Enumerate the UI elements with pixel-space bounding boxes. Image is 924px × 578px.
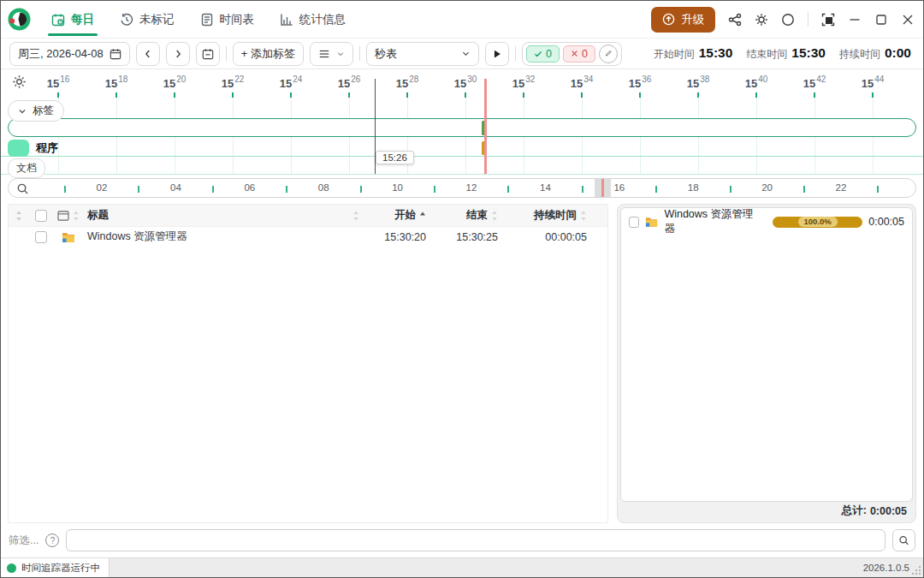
minimap-hour-label: 02 (97, 182, 108, 193)
add-label-button[interactable]: + 添加标签 (233, 42, 304, 66)
table-row[interactable]: Windows 资源管理器 15:30:20 15:30:25 00:00:05 (9, 227, 607, 247)
timeline-tick-label: 1542 (803, 74, 826, 91)
timeline-tick-label: 1526 (338, 74, 361, 91)
expand-column-sorter[interactable] (9, 210, 29, 222)
minimap-hour-label: 22 (836, 182, 847, 193)
timeline-settings-gear-icon[interactable] (12, 74, 27, 92)
logs-row-header[interactable]: 文档 (8, 158, 45, 178)
reject-count-chip[interactable]: 0 (563, 45, 595, 63)
explorer-folder-icon (645, 216, 658, 228)
row-checkbox[interactable] (35, 231, 47, 243)
tab-statistics[interactable]: 统计信息 (271, 1, 354, 38)
divider (515, 46, 516, 61)
compact-mode-icon[interactable] (821, 13, 835, 27)
upgrade-label: 升级 (681, 12, 704, 27)
search-button[interactable] (892, 529, 915, 551)
main-tabs: 每日 未标记 时间表 统计信息 (43, 1, 354, 38)
minimap-hour-label: 04 (170, 182, 181, 193)
timeline-tick-label: 1524 (280, 74, 303, 91)
minimize-button[interactable] (848, 13, 862, 27)
zoom-search-icon[interactable] (16, 182, 29, 198)
minimap-tick-mark (138, 186, 139, 193)
select-all-checkbox[interactable] (35, 210, 47, 222)
main-content: 标题 开始 结束 持续时间 (8, 204, 916, 523)
timeline-tick-label: 1540 (745, 74, 768, 91)
confirm-count-chip[interactable]: 0 (526, 45, 560, 63)
tracker-status-chip: 时间追踪器运行中 (1, 558, 110, 577)
row-end: 15:30:25 (456, 231, 498, 243)
summary-panel: Windows 资源管理器 100.0% 0:00:05 总计: 0:00:05 (617, 204, 916, 523)
minimap-hour-label: 18 (688, 182, 699, 193)
cursor-time-tooltip: 15:26 (376, 151, 414, 164)
row-start: 15:30:20 (384, 231, 426, 243)
summary-row-checkbox[interactable] (629, 217, 639, 228)
chevron-down-icon (18, 107, 27, 116)
today-button[interactable] (196, 42, 220, 66)
settings-gear-icon[interactable] (755, 13, 768, 27)
apps-row-header[interactable]: 程序 (8, 140, 58, 157)
check-icon (534, 50, 542, 58)
filter-input[interactable] (66, 529, 886, 551)
status-dot-icon (7, 563, 16, 573)
app-column-header[interactable] (53, 210, 84, 222)
prev-day-button[interactable] (136, 42, 160, 66)
tab-daily[interactable]: 每日 (43, 1, 103, 38)
date-picker-button[interactable]: 周三, 2026-04-08 (9, 42, 130, 66)
tab-untagged[interactable]: 未标记 (111, 1, 183, 38)
play-icon (491, 48, 503, 60)
maximize-button[interactable] (874, 13, 888, 27)
help-icon[interactable]: ? (45, 533, 59, 547)
chevron-right-icon (172, 48, 184, 60)
tab-label: 统计信息 (299, 12, 346, 27)
resize-grip-icon[interactable] (911, 565, 921, 575)
title-bar: 每日 未标记 时间表 统计信息 升级 (1, 1, 923, 39)
table-header: 标题 开始 结束 持续时间 (9, 205, 607, 227)
start-column-header[interactable]: 开始 (363, 208, 435, 223)
end-time-value: 15:30 (791, 45, 826, 61)
calendar-icon (110, 48, 121, 60)
minimap-now-line (601, 179, 604, 198)
minimap-tick-mark (507, 186, 509, 193)
summary-row-title: Windows 资源管理器 (664, 207, 758, 236)
summary-row-duration: 0:00:05 (868, 216, 904, 228)
timeline-tick-label: 1532 (512, 74, 536, 91)
row-title: Windows 资源管理器 (87, 229, 187, 244)
duration-column-header[interactable]: 持续时间 (506, 208, 595, 223)
summary-total: 总计: 0:00:05 (620, 502, 913, 520)
end-column-header[interactable]: 结束 (435, 208, 506, 223)
list-dropdown-button[interactable] (310, 42, 353, 66)
tab-label: 每日 (71, 12, 94, 27)
minimap-hour-label: 10 (392, 182, 403, 193)
tracker-select-value: 秒表 (375, 46, 397, 62)
duration-label: 持续时间 (839, 47, 880, 62)
filter-bar: 筛选... ? (1, 523, 923, 557)
summary-row[interactable]: Windows 资源管理器 100.0% 0:00:05 (629, 212, 904, 231)
minimap-brush[interactable] (595, 179, 611, 198)
play-button[interactable] (485, 42, 509, 66)
chevron-left-icon (142, 48, 154, 60)
divider (226, 46, 227, 61)
timeline-tick-label: 1536 (629, 74, 652, 91)
toolbar: 周三, 2026-04-08 + 添加标签 秒表 0 0 (1, 39, 923, 69)
share-icon[interactable] (728, 13, 742, 27)
minimap-tick-mark (360, 186, 362, 193)
labels-row-toggle[interactable]: 标签 (8, 100, 64, 122)
tracker-select[interactable]: 秒表 (366, 42, 479, 66)
circle-icon[interactable] (781, 13, 795, 27)
close-button[interactable] (901, 13, 915, 27)
title-column-header[interactable]: 标题 (84, 208, 363, 223)
minimap-tick-mark (434, 186, 435, 193)
upgrade-button[interactable]: 升级 (651, 7, 715, 33)
timeline[interactable]: 1516151815201522152415261528153015321534… (1, 69, 923, 200)
items-table-panel: 标题 开始 结束 持续时间 (8, 204, 608, 523)
minimap-hour-label: 06 (244, 182, 255, 193)
tab-label: 未标记 (139, 12, 175, 27)
minimap-tick-mark (582, 186, 583, 193)
status-text: 时间追踪器运行中 (21, 562, 100, 575)
tab-timetable[interactable]: 时间表 (192, 1, 264, 38)
labels-track[interactable] (8, 118, 916, 137)
minimap-hour-label: 20 (761, 182, 773, 193)
edit-pencil-button[interactable] (599, 45, 618, 63)
next-day-button[interactable] (166, 42, 190, 66)
minimap-timeline[interactable]: 0204060810121416182022 (8, 178, 916, 198)
